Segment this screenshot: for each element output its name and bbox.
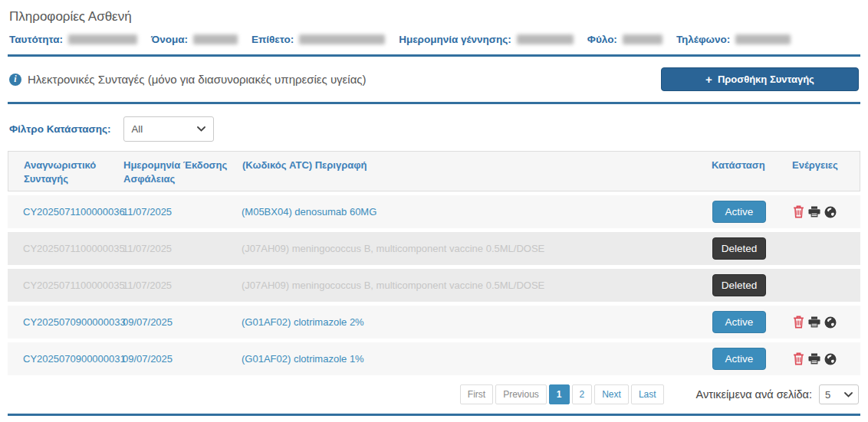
pagination-page-2[interactable]: 2: [572, 384, 593, 404]
printer-icon[interactable]: [808, 316, 820, 328]
trash-icon[interactable]: [793, 316, 804, 329]
printer-icon[interactable]: [808, 353, 820, 365]
status-button[interactable]: Active: [712, 201, 766, 223]
field-label: Επίθετο:: [252, 34, 294, 45]
redacted-value: [299, 34, 385, 44]
status-filter-select[interactable]: All: [123, 116, 214, 142]
issue-date: 09/07/2025: [123, 316, 242, 328]
header-atc-description: (Κωδικός ATC) Περιγραφή: [242, 159, 712, 172]
patient-field-birthdate: Ημερομηνία γέννησης:: [399, 34, 574, 45]
page-title: Πληροφορίες Ασθενή: [8, 0, 860, 32]
table-row: CY2025071100000035 11/07/2025 (J07AH09) …: [8, 269, 860, 302]
redacted-value: [193, 34, 238, 44]
trash-icon[interactable]: [793, 352, 804, 365]
table-header-row: Αναγνωριστικό Συνταγής Ημερομηνία Έκδοση…: [8, 151, 860, 191]
patient-field-phone: Τηλέφωνο:: [676, 34, 791, 45]
field-label: Όνομα:: [151, 34, 188, 45]
prescription-id: CY2025071100000035: [8, 243, 123, 254]
table-row: CY2025071100000036 11/07/2025 (M05BX04) …: [8, 195, 860, 228]
patient-field-surname: Επίθετο:: [252, 34, 385, 45]
redacted-value: [735, 34, 791, 44]
section-title: i Ηλεκτρονικές Συνταγές (μόνο για διασυν…: [9, 73, 367, 86]
field-label: Ημερομηνία γέννησης:: [399, 34, 511, 45]
atc-description: (J07AH09) meningococcus B, multicomponen…: [242, 280, 712, 291]
prescription-id: CY2025070900000033: [8, 316, 123, 328]
filter-bar: Φίλτρο Κατάστασης: All: [8, 104, 860, 151]
pagination-previous[interactable]: Previous: [495, 384, 547, 404]
redacted-value: [517, 34, 574, 44]
info-circle-icon: i: [9, 74, 21, 86]
prescription-id: CY2025070900000031: [8, 353, 123, 365]
issue-date: 11/07/2025: [123, 280, 242, 291]
divider: [8, 414, 860, 416]
pagination: First Previous 1 2 Next Last: [458, 384, 664, 404]
chevron-down-icon: [197, 126, 205, 132]
patient-info-bar: Ταυτότητα: Όνομα: Επίθετο: Ημερομηνία γέ…: [8, 32, 860, 54]
status-filter-value: All: [132, 123, 143, 135]
redacted-value: [623, 34, 663, 44]
section-title-text: Ηλεκτρονικές Συνταγές (μόνο για διασυνορ…: [28, 73, 367, 86]
chevron-down-icon: [844, 392, 853, 397]
items-per-page: Αντικείμενα ανά σελίδα: 5: [696, 384, 859, 404]
pagination-first[interactable]: First: [460, 384, 493, 404]
header-issue-date: Ημερομηνία Έκδοσης Ασφάλειας: [123, 159, 242, 185]
atc-description: (M05BX04) denosumab 60MG: [242, 206, 712, 218]
status-button[interactable]: Deleted: [712, 274, 766, 296]
pagination-last[interactable]: Last: [631, 384, 664, 404]
status-button[interactable]: Active: [712, 311, 766, 333]
atc-description: (G01AF02) clotrimazole 1%: [242, 353, 712, 365]
filter-label: Φίλτρο Κατάστασης:: [9, 123, 111, 135]
items-per-page-label: Αντικείμενα ανά σελίδα:: [696, 388, 812, 401]
add-prescription-button[interactable]: + Προσθήκη Συνταγής: [661, 67, 859, 91]
row-actions: [793, 316, 854, 329]
globe-icon[interactable]: [824, 206, 837, 218]
plus-icon: +: [705, 74, 712, 85]
row-actions: [793, 205, 854, 218]
globe-icon[interactable]: [824, 353, 837, 365]
add-prescription-label: Προσθήκη Συνταγής: [718, 74, 814, 85]
prescriptions-table: Αναγνωριστικό Συνταγής Ημερομηνία Έκδοση…: [8, 151, 860, 375]
field-label: Φύλο:: [587, 34, 617, 45]
table-row: CY2025070900000033 09/07/2025 (G01AF02) …: [8, 306, 860, 339]
field-label: Τηλέφωνο:: [676, 34, 730, 45]
status-button[interactable]: Active: [712, 348, 766, 370]
patient-field-identity: Ταυτότητα:: [9, 34, 137, 45]
printer-icon[interactable]: [808, 206, 820, 218]
prescription-id: CY2025071100000036: [8, 206, 123, 218]
globe-icon[interactable]: [824, 316, 837, 329]
header-status: Κατάσταση: [712, 159, 792, 172]
redacted-value: [68, 34, 137, 44]
trash-icon[interactable]: [793, 205, 804, 218]
pagination-bar: First Previous 1 2 Next Last Αντικείμενα…: [8, 375, 860, 404]
header-actions: Ενέργειες: [792, 159, 860, 172]
section-header: i Ηλεκτρονικές Συνταγές (μόνο για διασυν…: [8, 57, 860, 102]
row-actions: [793, 352, 854, 365]
status-button[interactable]: Deleted: [712, 237, 766, 260]
pagination-next[interactable]: Next: [594, 384, 629, 404]
prescription-id: CY2025071100000035: [8, 280, 123, 291]
table-row: CY2025071100000035 11/07/2025 (J07AH09) …: [8, 232, 860, 265]
items-per-page-select[interactable]: 5: [819, 384, 859, 404]
atc-description: (G01AF02) clotrimazole 2%: [242, 316, 712, 328]
field-label: Ταυτότητα:: [9, 34, 63, 45]
table-row: CY2025070900000031 09/07/2025 (G01AF02) …: [8, 342, 860, 375]
header-prescription-id: Αναγνωριστικό Συνταγής: [8, 159, 123, 185]
patient-field-gender: Φύλο:: [587, 34, 663, 45]
issue-date: 09/07/2025: [123, 353, 242, 365]
issue-date: 11/07/2025: [123, 243, 242, 254]
pagination-page-1[interactable]: 1: [549, 384, 570, 404]
patient-field-firstname: Όνομα:: [151, 34, 238, 45]
issue-date: 11/07/2025: [123, 206, 242, 218]
atc-description: (J07AH09) meningococcus B, multicomponen…: [242, 243, 712, 254]
items-per-page-value: 5: [825, 389, 830, 401]
